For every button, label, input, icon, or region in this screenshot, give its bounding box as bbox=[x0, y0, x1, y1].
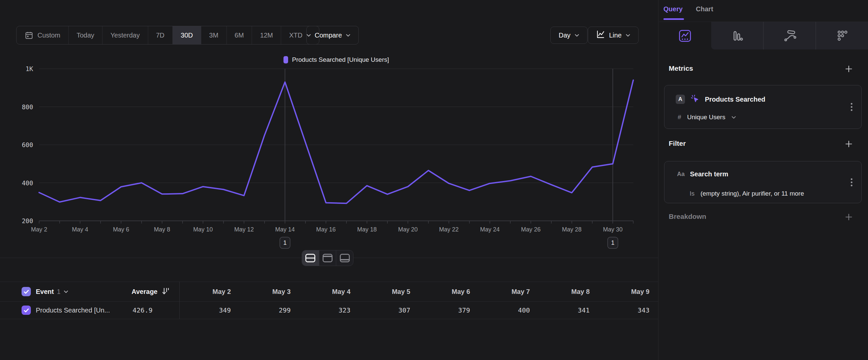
view-layout-switcher bbox=[302, 250, 353, 266]
date-range-presets: CustomTodayYesterday7D30D3M6M12MXTD bbox=[16, 26, 319, 45]
measure-selector[interactable]: Unique Users bbox=[687, 114, 725, 121]
filter-heading: Filter bbox=[669, 139, 686, 147]
date-column-header[interactable]: May 3 bbox=[239, 282, 299, 301]
event-column-header[interactable]: Event bbox=[36, 288, 54, 296]
metric-event-name[interactable]: Products Searched bbox=[705, 95, 765, 103]
chevron-down-icon bbox=[346, 34, 350, 37]
chart-type-label: Line bbox=[609, 32, 622, 39]
date-column-headers: May 2May 3May 4May 5May 6May 7May 8May 9 bbox=[179, 282, 658, 301]
split-view-toggle[interactable] bbox=[302, 250, 319, 266]
preset-today[interactable]: Today bbox=[68, 26, 102, 44]
x-axis-label: May 6 bbox=[113, 226, 129, 233]
average-value: 426.9 bbox=[93, 302, 153, 319]
filter-card[interactable]: Aa Search term Is (empty string), Air pu… bbox=[664, 161, 862, 203]
bar-chart-icon bbox=[731, 30, 744, 42]
annotation-badge-label: 1 bbox=[283, 240, 287, 246]
add-breakdown-button[interactable] bbox=[844, 213, 853, 221]
metric-card[interactable]: A Products Searched # Unique Users bbox=[664, 85, 862, 129]
line-chart[interactable]: 2004006008001KMay 2May 4May 6May 8May 10… bbox=[0, 63, 658, 256]
event-count: 1 bbox=[57, 288, 60, 296]
granularity-button[interactable]: Day bbox=[550, 27, 588, 44]
query-builder-sidebar: Query Chart Metrics A Products Searched … bbox=[658, 0, 868, 360]
metric-letter-badge: A bbox=[676, 95, 685, 104]
filter-values[interactable]: (empty string), Air purifier, or 11 more bbox=[701, 190, 804, 197]
preset-6m[interactable]: 6M bbox=[226, 26, 252, 44]
retention-dots-icon bbox=[836, 30, 848, 42]
table-header-row: Event 1 Average May 2May 3May 4May 5May … bbox=[0, 282, 658, 302]
date-column-header[interactable]: May 5 bbox=[359, 282, 419, 301]
date-column-header[interactable]: May 4 bbox=[300, 282, 359, 301]
string-property-icon: Aa bbox=[677, 171, 685, 178]
date-value-cells: 349299323307379400341343 bbox=[179, 302, 658, 319]
filter-property-name[interactable]: Search term bbox=[690, 170, 728, 178]
x-axis-label: May 16 bbox=[316, 226, 336, 233]
chart-view-toggle[interactable] bbox=[319, 250, 336, 266]
breakdown-heading: Breakdown bbox=[669, 213, 706, 221]
x-axis-label: May 30 bbox=[603, 226, 623, 233]
chart-type-button[interactable]: Line bbox=[588, 27, 639, 44]
chevron-down-icon bbox=[626, 34, 630, 37]
x-axis-label: May 14 bbox=[275, 226, 295, 233]
chevron-down-icon bbox=[732, 116, 736, 119]
date-value: 343 bbox=[598, 302, 658, 319]
chart-type-tab-retention-dots[interactable] bbox=[816, 22, 868, 50]
select-all-checkbox[interactable] bbox=[22, 287, 31, 296]
table-view-toggle[interactable] bbox=[336, 250, 353, 266]
active-tab-underline bbox=[663, 18, 684, 20]
line-chart-icon bbox=[596, 30, 605, 40]
chart-type-tab-bar-chart[interactable] bbox=[711, 22, 764, 50]
calendar-icon bbox=[25, 31, 33, 40]
sidebar-tabs: Query Chart bbox=[663, 5, 713, 13]
x-axis-label: May 20 bbox=[398, 226, 418, 233]
date-value: 349 bbox=[180, 302, 239, 319]
compare-button[interactable]: Compare bbox=[306, 26, 359, 45]
y-axis-label: 400 bbox=[22, 179, 33, 187]
preset-30d[interactable]: 30D bbox=[173, 26, 201, 44]
date-value: 400 bbox=[479, 302, 538, 319]
sort-descending-icon[interactable] bbox=[161, 286, 170, 297]
date-column-header[interactable]: May 6 bbox=[419, 282, 479, 301]
chart-type-tab-insights-line[interactable] bbox=[659, 22, 711, 50]
series-checkbox[interactable] bbox=[22, 306, 31, 315]
x-axis-label: May 28 bbox=[562, 226, 582, 233]
insights-line-icon bbox=[678, 29, 692, 43]
date-value: 341 bbox=[538, 302, 598, 319]
date-value: 379 bbox=[419, 302, 479, 319]
x-axis-label: May 10 bbox=[193, 226, 213, 233]
date-value: 307 bbox=[359, 302, 419, 319]
preset-12m[interactable]: 12M bbox=[252, 26, 281, 44]
date-column-header[interactable]: May 2 bbox=[180, 282, 239, 301]
x-axis-label: May 12 bbox=[234, 226, 254, 233]
granularity-label: Day bbox=[559, 32, 570, 39]
data-series-line[interactable] bbox=[39, 80, 633, 203]
date-column-header[interactable]: May 8 bbox=[538, 282, 598, 301]
x-axis-label: May 22 bbox=[439, 226, 459, 233]
chevron-down-icon bbox=[575, 34, 579, 37]
preset-7d[interactable]: 7D bbox=[148, 26, 173, 44]
add-metric-button[interactable] bbox=[844, 64, 853, 73]
add-filter-button[interactable] bbox=[844, 139, 853, 148]
preset-3m[interactable]: 3M bbox=[201, 26, 226, 44]
date-column-header[interactable]: May 9 bbox=[598, 282, 658, 301]
chart-type-tab-flows[interactable] bbox=[764, 22, 816, 50]
date-value: 323 bbox=[300, 302, 359, 319]
y-axis-label: 600 bbox=[22, 141, 33, 148]
legend-label: Products Searched [Unique Users] bbox=[292, 56, 389, 63]
filter-operator[interactable]: Is bbox=[690, 190, 694, 197]
x-axis-label: May 18 bbox=[357, 226, 377, 233]
y-axis-label: 200 bbox=[22, 217, 33, 224]
preset-yesterday[interactable]: Yesterday bbox=[102, 26, 148, 44]
x-axis-label: May 8 bbox=[154, 226, 170, 233]
x-axis-label: May 26 bbox=[521, 226, 541, 233]
date-column-header[interactable]: May 7 bbox=[479, 282, 538, 301]
x-axis-label: May 4 bbox=[72, 226, 88, 233]
tab-chart[interactable]: Chart bbox=[696, 5, 713, 13]
table-row: Products Searched [Un... 426.9 349299323… bbox=[0, 302, 658, 319]
flows-icon bbox=[783, 29, 796, 43]
tab-query[interactable]: Query bbox=[663, 5, 683, 13]
toolbar: CustomTodayYesterday7D30D3M6M12MXTD Comp… bbox=[0, 26, 658, 45]
main-panel: CustomTodayYesterday7D30D3M6M12MXTD Comp… bbox=[0, 0, 658, 360]
preset-custom[interactable]: Custom bbox=[17, 26, 68, 44]
legend-swatch bbox=[283, 56, 288, 63]
average-column-header[interactable]: Average bbox=[132, 288, 157, 296]
